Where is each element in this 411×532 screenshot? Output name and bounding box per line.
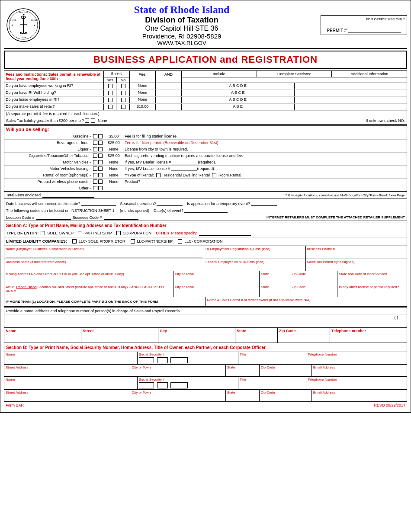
b-street-cell-1: Street Address [4,365,130,376]
checkbox-rental-no[interactable] [98,173,103,177]
commence-input[interactable] [81,201,116,206]
fee-row-1-label: Do you have employees working in RI? [4,83,104,90]
total-fees-input[interactable] [42,192,94,198]
phone-parens: ( ) [395,315,398,320]
checkbox-retail-no[interactable] [121,105,125,109]
fee-row-4-yes[interactable] [104,104,117,110]
fee-row-2-yes[interactable] [104,90,117,96]
fee-row-2-no[interactable] [117,90,130,96]
b-phone-cell-1: Telephone Number [306,352,407,364]
checkbox-sales-tax-no[interactable] [91,119,95,123]
residential-label: Residential Dwelling Rental [163,173,210,177]
checkbox-mv-no[interactable] [98,160,103,164]
checkbox-llc-corp[interactable] [178,239,182,244]
ssn-box2-2[interactable] [157,382,168,388]
fee-col-header: Fee: [130,71,156,83]
other-specify-input[interactable] [199,231,251,236]
checkbox-beverages-yes[interactable] [93,141,97,145]
fee-row-1-include [156,83,182,90]
checkbox-corporation[interactable] [116,231,121,235]
seasonal-input[interactable] [157,201,183,206]
checkbox-cigarettes-yes[interactable] [93,154,97,158]
fed-ein-cell: Federal Employer Ident. #(If assigned) [204,259,306,271]
separate-permit-note: (A separate permit & fee is required for… [4,111,407,117]
cigarettes-desc: Each cigarette vending machine requires … [125,154,405,158]
llc-row: LIMITED LIABILITY COMPANIES: LLC- SOLE P… [4,237,407,246]
checkbox-gasoline-yes[interactable] [93,134,97,138]
b-city-cell-1: City or Town [130,365,225,376]
header-text-block: State of Rhode Island Division of Taxati… [43,4,321,46]
selling-row-wireless: Prepaid wireless phone cards - None Prod… [4,178,407,185]
date-event-input[interactable] [184,208,228,213]
checkbox-liquor-yes[interactable] [93,147,97,151]
checkbox-llc-partnership[interactable] [131,239,135,244]
payroll-street-input[interactable] [81,334,158,343]
fee-row-1-yes[interactable] [104,83,117,90]
payroll-zip-input[interactable] [278,334,330,343]
checkbox-llc-sole[interactable] [72,239,77,244]
checkbox-lease-no[interactable] [121,98,125,102]
temporary-label: Is application for a temporary event? [187,202,250,206]
checkbox-employees-yes[interactable] [108,84,112,88]
col-zip-header: Zip Code [278,328,330,334]
checkbox-partnership[interactable] [78,231,82,235]
and-col: AND [156,71,182,83]
payroll-name-input[interactable] [4,334,81,343]
checkbox-liquor-no[interactable] [98,147,103,151]
website-url: WWW.TAX.RI.GOV [43,40,321,46]
wireless-fee: None [103,179,125,184]
fee-row-4-additional [295,104,407,110]
ssn-box3-2[interactable] [170,382,188,388]
checkbox-other-yes[interactable] [93,186,97,190]
fee-row-1-no[interactable] [117,83,130,90]
payroll-state-input[interactable] [235,334,278,343]
biz-phone-cell: Business Phone # [306,246,407,259]
payroll-telephone-input[interactable] [330,334,407,343]
selling-row-liquor: Liquor - None License from city or town … [4,146,407,152]
checkbox-sole-owner[interactable] [41,231,45,235]
checkbox-mv-lease-yes[interactable] [93,167,97,171]
b-state-cell-2: State [226,390,260,401]
checkbox-sales-tax-yes[interactable] [85,119,89,123]
name-input[interactable] [6,252,202,258]
b-ssn-boxes-1: - - [139,357,237,363]
payroll-city-input[interactable] [158,334,235,343]
section-b: Section B: Type or Print Name, Social Se… [4,344,407,402]
checkbox-withholding-yes[interactable] [108,91,112,95]
permit-number-line: PERMIT # ______________________ [323,28,405,33]
checkbox-lease-yes[interactable] [108,98,112,102]
ssn-box3-1[interactable] [170,357,188,363]
fee-row-3-yes[interactable] [104,97,117,103]
ssn-box1-2[interactable] [139,382,154,388]
corporation-label: CORPORATION [123,231,151,235]
mv-lease-desc: If yes, MV Lease license # ____________(… [125,167,405,171]
beverages-label: Beverages or food - [6,141,93,145]
location-code-input[interactable] [36,215,71,220]
instruction-note: The following codes can be found on INST… [6,208,116,213]
checkbox-employees-no[interactable] [121,84,125,88]
temporary-input[interactable] [251,201,277,206]
ssn-box2-1[interactable] [157,357,168,363]
fees-header: Fees and Instructions: Sales permit is r… [4,71,407,83]
checkbox-mv-lease-no[interactable] [98,167,103,171]
checkbox-wireless-no[interactable] [98,179,103,184]
business-code-input[interactable] [104,215,138,220]
checkbox-withholding-no[interactable] [121,91,125,95]
checkbox-mv-yes[interactable] [93,160,97,164]
checkbox-residential[interactable] [156,173,161,177]
fee-row-3-sections: A B C D E [182,97,295,103]
fee-row-4-no[interactable] [117,104,130,110]
ssn-box1-1[interactable] [139,357,154,363]
checkbox-room-rental[interactable] [212,173,216,177]
b-phone-cell-2: Telephone Number [306,377,407,389]
sales-tax-note: If unknown, check NO. [366,119,405,123]
checkbox-wireless-yes[interactable] [93,179,97,184]
checkbox-other-no[interactable] [98,186,103,190]
checkbox-cigarettes-no[interactable] [98,154,103,158]
checkbox-rental-yes[interactable] [93,173,97,177]
checkbox-retail-yes[interactable] [108,105,112,109]
fee-row-4-include [156,104,182,110]
checkbox-gasoline-no[interactable] [98,134,103,138]
checkbox-beverages-no[interactable] [98,141,103,145]
fee-row-3-no[interactable] [117,97,130,103]
